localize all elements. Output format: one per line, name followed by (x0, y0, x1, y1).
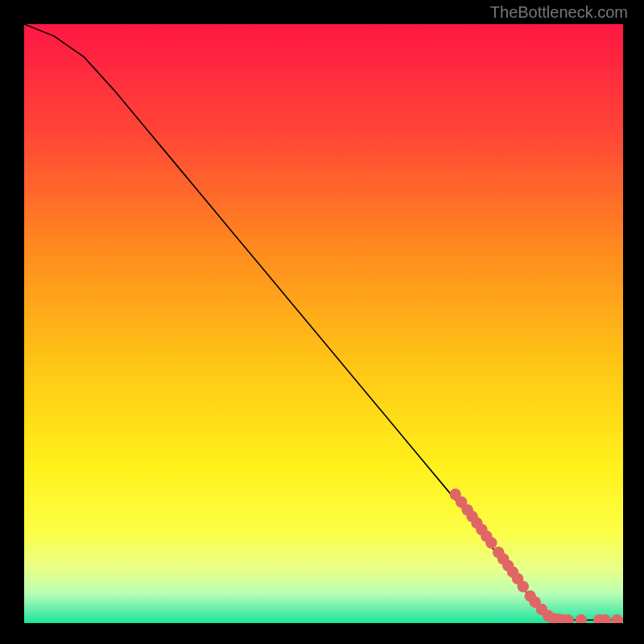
watermark-text: TheBottleneck.com (490, 3, 628, 22)
chart-curve (24, 24, 623, 623)
data-point (576, 614, 587, 623)
data-point (611, 614, 622, 623)
data-point (518, 580, 529, 592)
data-point (485, 537, 497, 548)
chart-area (24, 24, 623, 623)
